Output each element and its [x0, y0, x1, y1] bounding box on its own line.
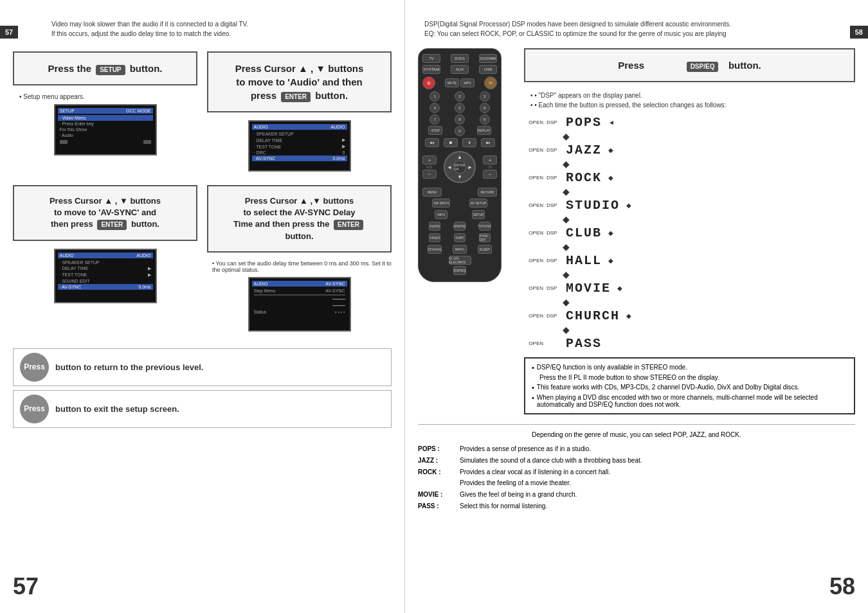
num3-btn[interactable]: 3 — [480, 91, 490, 102]
num8-btn[interactable]: 8 — [455, 114, 465, 125]
press-menu-row: Press button to exit the setup screen. — [13, 390, 392, 428]
page-tab-57: 57 — [0, 26, 18, 39]
sync-off-btn[interactable]: SYNC OFF — [479, 233, 491, 242]
num2-btn[interactable]: 2 — [455, 91, 465, 102]
press-menu-text: button to exit the setup screen. — [55, 404, 179, 414]
audio-btn[interactable]: AUDIO — [429, 222, 440, 231]
dsp-mode-pops: OPEN DSP POPS ◄ — [524, 115, 855, 130]
note-1: • DSP/EQ function is only available in S… — [532, 364, 847, 371]
mifo-btn[interactable]: MI/FO — [453, 245, 467, 254]
genre-movie: MOVIE : Gives the feel of being in a gra… — [418, 489, 855, 500]
vol-up-btn[interactable]: + — [422, 155, 437, 164]
coaxial-btn[interactable]: COAXIAL — [428, 245, 442, 254]
right-page: 58 DSP(Digital Signal Processor) DSP mod… — [405, 0, 868, 613]
mute-btn[interactable]: MUTE — [445, 78, 459, 87]
genre-pass: PASS : Select this for normal listening. — [418, 501, 855, 511]
step4-col: Press Cursor ▲ ,▼ buttons to select the … — [207, 185, 392, 335]
dvdmm-btn[interactable]: DVD/MM — [479, 54, 497, 63]
num6-btn[interactable]: 6 — [480, 103, 490, 113]
dvd1-btn[interactable]: DVD1 — [451, 54, 469, 63]
menu-btn[interactable]: MENU — [422, 188, 442, 197]
screen-mockup-2: AUDIO AUDIO ∙ SPEAKER SETUP ∙ DELAY TIME… — [248, 120, 351, 172]
av-setup-btn[interactable]: AV SETUP — [469, 199, 487, 208]
info-btn[interactable]: INFO — [435, 210, 448, 219]
vol-down-btn[interactable]: − — [422, 170, 437, 179]
page-container: 57 Video may look slower than the audio … — [0, 0, 868, 613]
dsp-modes-display: OPEN DSP POPS ◄ ◆ OPEN DSP JAZZ ◆ ◆ OP — [524, 115, 855, 351]
pause-btn[interactable]: ⏸ — [462, 138, 476, 147]
step-btn[interactable]: STEP — [428, 126, 442, 135]
step2-box: Press Cursor ▲ , ▼ buttons to move to 'A… — [207, 51, 392, 112]
genre-pops: POPS : Provides a sense of presence as i… — [418, 443, 855, 454]
press-return-text: button to return to the previous level. — [55, 362, 203, 372]
step3-instruction: Press Cursor ▲ , ▼ buttons to move to 'A… — [50, 196, 161, 229]
left-page: 57 Video may look slower than the audio … — [0, 0, 405, 613]
step3-col: Press Cursor ▲ , ▼ buttons to move to 'A… — [13, 185, 197, 335]
step1-bullet: Setup menu appears. — [19, 93, 197, 100]
step1-instruction: Press the SETUP button. — [48, 63, 162, 74]
txt-cnt-btn[interactable]: TXT/CNT — [479, 222, 491, 231]
screen-mockup-1: SETUP OCC MODE ∙ Video Menu ∙ Press Ente… — [54, 104, 157, 155]
genre-rock: ROCK : Provides a clear vocal as if list… — [418, 466, 855, 488]
step4-bullet: • You can set the audio delay time betwe… — [212, 260, 392, 273]
genre-jazz: JAZZ : Simulates the sound of a dance cl… — [418, 455, 855, 466]
screen-mockup-4: AUDIO AV-SYNC Step Menu AV-SYNC ━━━━━ — [248, 277, 351, 332]
enter-button-label-4: ENTER — [334, 220, 363, 230]
screen-mockup-3: AUDIO AUDIO ∙ SPEAKER SETUP ∙ DELAY TIME… — [54, 249, 157, 303]
wps-btn[interactable]: WPS — [460, 78, 475, 87]
num1-btn[interactable]: 1 — [429, 91, 440, 102]
enter-nav-btn[interactable]: ENTEROK — [453, 161, 466, 173]
setup-btn[interactable]: SETUP — [472, 210, 485, 219]
dsp-eq-btn[interactable]: DSP/EQ — [453, 266, 466, 275]
step4-instruction: Press Cursor ▲ ,▼ buttons to select the … — [233, 196, 365, 241]
system-btn[interactable]: SYSTEM — [422, 65, 440, 74]
genre-intro: Depending on the genre of music, you can… — [418, 431, 855, 438]
num4-btn[interactable]: 4 — [429, 103, 440, 113]
prev-btn[interactable]: ⏮ — [425, 138, 439, 147]
press-menu-circle: Press — [20, 395, 49, 423]
num9-btn[interactable]: 9 — [480, 114, 490, 125]
step4-box: Press Cursor ▲ ,▼ buttons to select the … — [207, 185, 392, 253]
sw-search-btn[interactable]: SW SRCH — [432, 199, 450, 208]
setup-button-label: SETUP — [96, 65, 125, 75]
dsp-mode-club: OPEN DSP CLUB ◆ — [524, 226, 855, 240]
dsp-bullet-1: • "DSP" appears on the display panel. — [530, 92, 855, 99]
remote-col: TV DVD1 DVD/MM SYSTEM AUX USB ⏻ MUTE — [418, 48, 511, 414]
ch-down-btn[interactable]: − — [483, 170, 497, 179]
dsp-bullet-2: • Each time the button is pressed, the s… — [530, 102, 855, 109]
dsp-info-col: Press DSP/EQ button. • "DSP" appears on … — [524, 48, 855, 414]
video-btn[interactable]: VIDEO — [429, 233, 440, 242]
note-1-sub: Press the II PL II mode button to show S… — [539, 374, 847, 381]
replay-btn[interactable]: REPLAY — [477, 126, 491, 135]
step2-col: Press Cursor ▲ , ▼ buttons to move to 'A… — [207, 51, 392, 175]
num7-btn[interactable]: 7 — [429, 114, 440, 125]
num5-btn[interactable]: 5 — [455, 103, 465, 113]
return-btn[interactable]: RETURN — [478, 188, 497, 197]
press-return-row: Press button to return to the previous l… — [13, 348, 392, 386]
right-main-section: TV DVD1 DVD/MM SYSTEM AUX USB ⏻ MUTE — [418, 48, 855, 414]
step1-box: Press the SETUP button. — [13, 51, 197, 85]
aux-btn[interactable]: AUX — [451, 65, 469, 74]
nav-circle[interactable]: ▲ ▼ ◄ ► ENTEROK — [444, 151, 476, 183]
next-btn[interactable]: ⏭ — [481, 138, 495, 147]
step1-col: Press the SETUP button. Setup menu appea… — [13, 51, 197, 175]
dsp-mode-church: OPEN DSP CHURCH ◆ — [524, 308, 855, 323]
sleep-btn[interactable]: SLEEP — [478, 245, 492, 254]
cl-en-btn[interactable]: CL-EN ELEC/MOS — [449, 256, 471, 265]
ch-up-btn[interactable]: + — [483, 155, 497, 164]
bottom-press-section: Press button to return to the previous l… — [13, 348, 392, 428]
dsp-mode-movie: OPEN DSP MOVIE ◆ — [524, 281, 855, 296]
dsp-mode-hall: OPEN DSP HALL ◆ — [524, 253, 855, 268]
step3-box: Press Cursor ▲ , ▼ buttons to move to 'A… — [13, 185, 197, 241]
enter-button-label-3: ENTER — [97, 220, 127, 230]
page-number-57: 57 — [13, 573, 39, 600]
usb-btn[interactable]: USB — [479, 65, 497, 74]
tv-btn[interactable]: TV — [422, 54, 440, 63]
wifi-btn[interactable]: W — [484, 76, 497, 89]
num0-btn[interactable]: 0 — [455, 126, 465, 136]
note-2: • This feature works with CDs, MP3-CDs, … — [532, 384, 847, 391]
on-frq-btn[interactable]: ON/FRQ — [454, 222, 466, 231]
power-btn[interactable]: ⏻ — [422, 76, 435, 89]
subt-btn[interactable]: SUBT — [454, 233, 466, 242]
stop-btn[interactable]: ⏹ — [444, 138, 458, 147]
